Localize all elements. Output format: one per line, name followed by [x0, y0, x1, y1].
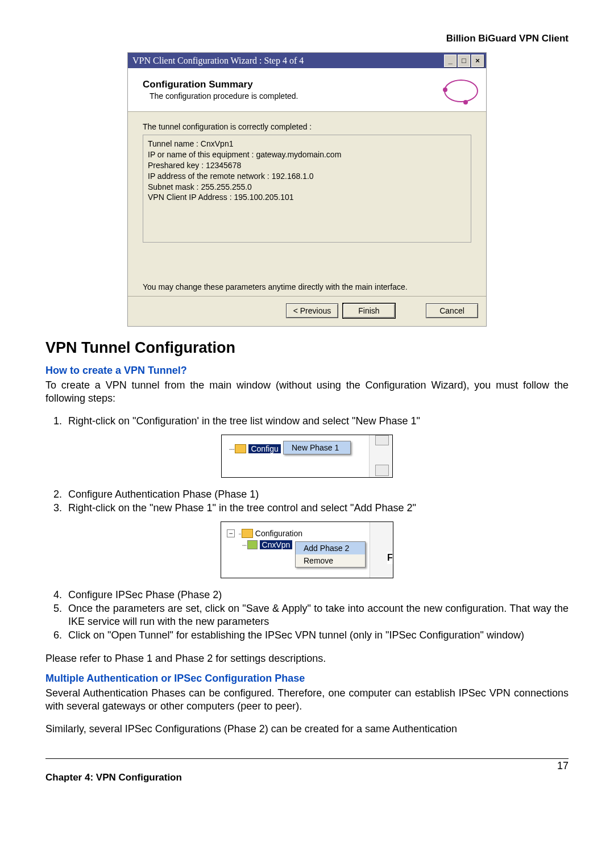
- steps-list: Right-click on "Configuration' in the tr…: [45, 415, 569, 428]
- steps-list: Configure Authentication Phase (Phase 1)…: [45, 488, 569, 515]
- detail-line: Subnet mask : 255.255.255.0: [148, 182, 466, 193]
- footer-divider: [45, 758, 569, 759]
- step-item: Click on "Open Tunnel" for establishing …: [65, 629, 569, 642]
- wizard-window: VPN Client Configuration Wizard : Step 4…: [127, 52, 487, 327]
- subsection-heading: Multiple Authentication or IPSec Configu…: [45, 673, 569, 685]
- tree: − ·· Configuration ···· CnxVpn: [227, 528, 302, 550]
- maximize-icon[interactable]: □: [458, 55, 470, 67]
- context-menu: Add Phase 2 Remove: [295, 541, 366, 567]
- node-icon: [247, 540, 258, 549]
- folder-icon: [235, 444, 246, 453]
- subsection-heading: How to create a VPN Tunnel?: [45, 365, 569, 377]
- document-header: Billion BiGuard VPN Client: [45, 33, 569, 44]
- tunnel-complete-text: The tunnel configuration is correctly co…: [143, 122, 471, 131]
- atom-logo-icon: [442, 74, 478, 106]
- menu-item-remove[interactable]: Remove: [296, 554, 365, 567]
- paragraph: Similarly, several IPSec Configurations …: [45, 723, 569, 736]
- wizard-button-row: < Previous Finish Cancel: [128, 296, 486, 326]
- step-item: Right-click on "Configuration' in the tr…: [65, 415, 569, 428]
- wizard-subheading: The configuration procedure is completed…: [143, 91, 442, 101]
- paragraph: Several Authentication Phases can be con…: [45, 687, 569, 712]
- wizard-note: You may change these parameters anytime …: [143, 282, 471, 291]
- folder-icon: [242, 529, 253, 538]
- chapter-footer: Chapter 4: VPN Configuration: [45, 772, 569, 783]
- detail-line: IP address of the remote network : 192.1…: [148, 171, 466, 182]
- collapse-icon[interactable]: −: [227, 529, 235, 537]
- close-icon[interactable]: ×: [471, 55, 484, 67]
- step-item: Configure Authentication Phase (Phase 1): [65, 488, 569, 501]
- side-panel-fragment: [370, 522, 393, 578]
- step-item: Right-click on the "new Phase 1" in the …: [65, 502, 569, 515]
- previous-button[interactable]: < Previous: [286, 303, 338, 318]
- tree-label-selected: CnxVpn: [260, 540, 293, 549]
- tree-label-selected: Configu: [248, 444, 280, 453]
- wizard-heading: Configuration Summary: [143, 79, 442, 90]
- side-panel-fragment: [369, 435, 392, 477]
- detail-line: VPN Client IP Address : 195.100.205.101: [148, 192, 466, 203]
- cancel-button[interactable]: Cancel: [426, 303, 478, 318]
- summary-details-box: Tunnel name : CnxVpn1 IP or name of this…: [143, 135, 471, 243]
- window-title: VPN Client Configuration Wizard : Step 4…: [132, 56, 443, 66]
- page-number: 17: [45, 760, 569, 772]
- step-item: Once the parameters are set, click on "S…: [65, 602, 569, 628]
- context-menu: New Phase 1: [283, 441, 351, 454]
- titlebar: VPN Client Configuration Wizard : Step 4…: [128, 53, 486, 68]
- section-heading: VPN Tunnel Configuration: [45, 339, 569, 357]
- context-menu-screenshot-2: − ·· Configuration ···· CnxVpn Add Phase…: [221, 521, 393, 578]
- wizard-body: The tunnel configuration is correctly co…: [128, 112, 486, 296]
- step-item: Configure IPSec Phase (Phase 2): [65, 589, 569, 602]
- tree-label: Configuration: [255, 529, 302, 538]
- minimize-icon[interactable]: _: [444, 55, 457, 67]
- tree-node: ····· Configu: [229, 444, 281, 453]
- detail-line: Tunnel name : CnxVpn1: [148, 139, 466, 149]
- wizard-header-strip: Configuration Summary The configuration …: [128, 68, 486, 112]
- steps-list: Configure IPSec Phase (Phase 2) Once the…: [45, 589, 569, 642]
- finish-button[interactable]: Finish: [343, 303, 395, 318]
- context-menu-screenshot-1: ····· Configu New Phase 1: [221, 435, 393, 478]
- menu-item-add-phase2[interactable]: Add Phase 2: [296, 542, 365, 554]
- intro-paragraph: To create a VPN tunnel from the main win…: [45, 379, 569, 404]
- closing-paragraph: Please refer to Phase 1 and Phase 2 for …: [45, 652, 569, 665]
- detail-line: Preshared key : 12345678: [148, 160, 466, 171]
- edge-label: F: [387, 552, 393, 564]
- detail-line: IP or name of this equipment : gateway.m…: [148, 149, 466, 160]
- menu-item-new-phase1[interactable]: New Phase 1: [284, 441, 350, 454]
